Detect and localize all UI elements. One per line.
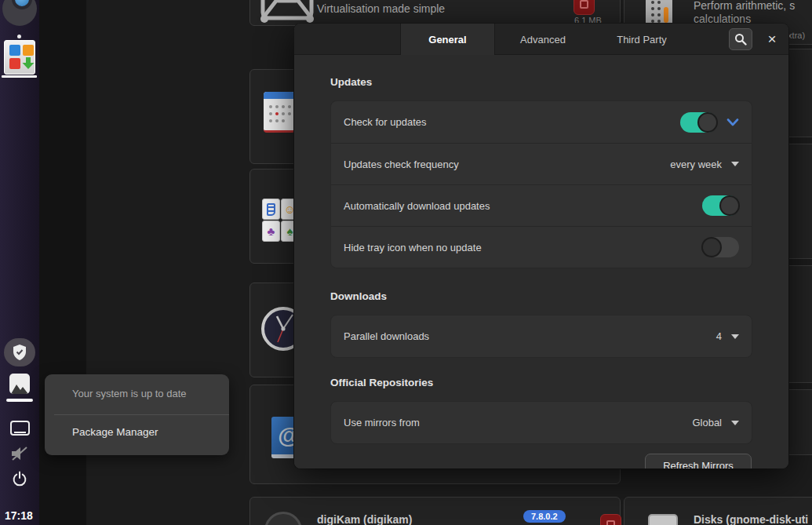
frequency-dropdown[interactable]: every week <box>670 159 739 170</box>
downloads-settings-card: Parallel downloads 4 <box>330 315 752 358</box>
version-badge: 7.8.0.2 <box>523 510 566 523</box>
mirrors-dropdown[interactable]: Global <box>692 417 739 428</box>
row-update-frequency: Updates check frequency every week <box>331 143 752 184</box>
tab-advanced[interactable]: Advanced <box>495 24 591 55</box>
row-check-for-updates: Check for updates <box>331 101 752 143</box>
refresh-mirrors-button[interactable]: Refresh Mirrors <box>645 454 752 468</box>
clock-time: 17:18 <box>5 509 33 522</box>
calendar-icon <box>264 92 295 133</box>
tray-menu: Your system is up to date Package Manage… <box>45 374 229 455</box>
preferences-dialog: General Advanced Third Party × Updates <box>294 24 788 468</box>
running-indicator-dot <box>17 35 21 38</box>
dock-divider <box>6 399 33 402</box>
dock: 17:18 <box>0 0 39 525</box>
remove-package-button[interactable] <box>573 0 595 15</box>
virtualization-cube-icon <box>260 0 315 26</box>
package-title: digiKam (digikam) <box>317 513 412 525</box>
tab-general[interactable]: General <box>400 24 495 55</box>
menu-divider <box>54 414 229 415</box>
auto-download-toggle[interactable] <box>702 195 739 216</box>
photos-tray-icon[interactable] <box>9 374 30 394</box>
updates-shield-tray-icon[interactable] <box>4 338 35 366</box>
disks-icon <box>648 514 678 525</box>
active-app-indicator <box>2 75 37 78</box>
mountains-icon <box>11 381 28 394</box>
check-updates-toggle[interactable] <box>680 112 717 133</box>
hide-tray-toggle[interactable] <box>702 237 739 257</box>
repositories-settings-card: Use mirrors from Global <box>330 401 752 444</box>
desktop: Virtualisation made simple 6.1 MB ☺ ♣ ♠ <box>0 0 812 525</box>
row-auto-download: Automatically download updates <box>331 184 752 226</box>
row-parallel-downloads: Parallel downloads 4 <box>331 315 752 357</box>
dialog-body: Updates Check for updates Updates check … <box>294 55 788 468</box>
search-button[interactable] <box>729 28 752 50</box>
package-card-boxes: Virtualisation made simple 6.1 MB <box>249 0 621 26</box>
package-manager-menu-item[interactable]: Package Manager <box>72 426 158 438</box>
tab-third-party[interactable]: Third Party <box>591 24 693 55</box>
digikam-icon <box>264 512 302 525</box>
caret-down-icon <box>731 421 739 425</box>
power-icon[interactable] <box>12 471 27 487</box>
section-title-official-repositories: Official Repositories <box>330 377 433 388</box>
row-use-mirrors-from: Use mirrors from Global <box>331 402 752 443</box>
package-manager-dock-icon[interactable] <box>4 40 35 75</box>
caret-down-icon <box>731 334 739 339</box>
section-title-downloads: Downloads <box>330 290 387 302</box>
section-title-updates: Updates <box>330 76 372 88</box>
close-button[interactable]: × <box>762 30 782 49</box>
chevron-down-icon[interactable] <box>726 118 739 126</box>
search-icon <box>734 33 747 46</box>
package-description-line1: Perform arithmetic, s <box>694 0 795 12</box>
dialog-header: General Advanced Third Party × <box>294 24 788 55</box>
updates-settings-card: Check for updates Updates check frequenc… <box>330 100 752 268</box>
touchpad-tray-icon[interactable] <box>10 421 30 436</box>
app-launcher-icon[interactable] <box>2 0 37 26</box>
package-card-disks: Disks (gnome-disk-uti <box>624 497 812 525</box>
system-status-label: Your system is up to date <box>72 388 187 399</box>
volume-muted-icon[interactable] <box>10 445 29 462</box>
parallel-downloads-dropdown[interactable]: 4 <box>716 330 739 342</box>
package-card-digikam: digiKam (digikam) 7.8.0.2 <box>249 497 621 525</box>
shield-check-icon <box>12 344 27 361</box>
package-title: Disks (gnome-disk-uti <box>694 513 808 525</box>
row-hide-tray-icon: Hide tray icon when no update <box>331 226 752 268</box>
close-icon: × <box>767 31 776 48</box>
remove-package-button[interactable] <box>600 514 621 525</box>
download-arrow-icon <box>22 57 35 70</box>
package-description: Virtualisation made simple <box>317 2 445 15</box>
caret-down-icon <box>731 162 739 166</box>
launcher-core <box>12 0 32 9</box>
